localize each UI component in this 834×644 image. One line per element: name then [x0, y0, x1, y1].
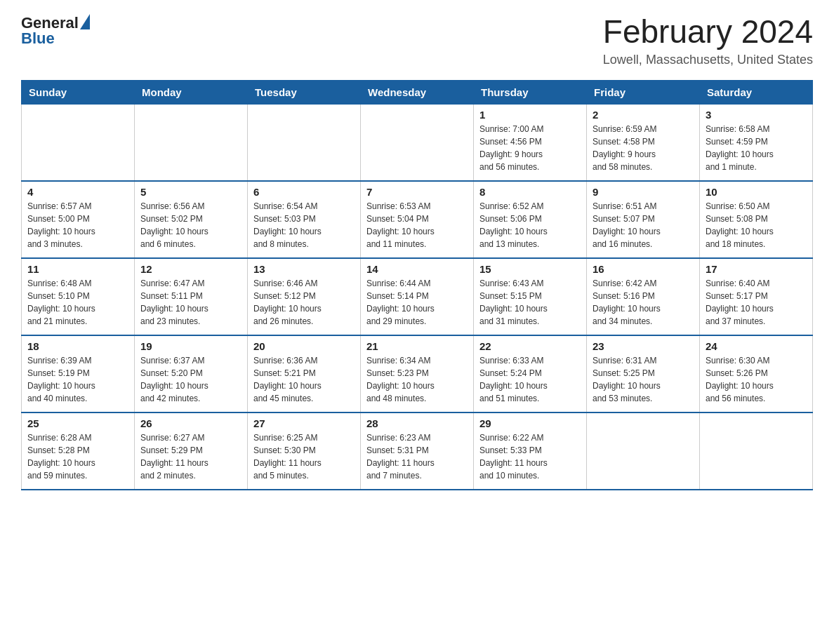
- calendar-cell: 15Sunrise: 6:43 AMSunset: 5:15 PMDayligh…: [474, 258, 587, 335]
- header-monday: Monday: [135, 80, 248, 104]
- day-info: Sunrise: 6:43 AMSunset: 5:15 PMDaylight:…: [479, 279, 548, 326]
- month-title: February 2024: [603, 14, 813, 50]
- calendar-cell: 14Sunrise: 6:44 AMSunset: 5:14 PMDayligh…: [361, 258, 474, 335]
- calendar-cell: 25Sunrise: 6:28 AMSunset: 5:28 PMDayligh…: [22, 412, 135, 490]
- calendar-cell: 10Sunrise: 6:50 AMSunset: 5:08 PMDayligh…: [700, 181, 813, 258]
- day-info: Sunrise: 6:42 AMSunset: 5:16 PMDaylight:…: [593, 279, 661, 326]
- day-info: Sunrise: 6:37 AMSunset: 5:20 PMDaylight:…: [140, 356, 208, 403]
- header-thursday: Thursday: [474, 80, 587, 104]
- calendar-cell: 27Sunrise: 6:25 AMSunset: 5:30 PMDayligh…: [248, 412, 361, 490]
- day-number: 21: [366, 340, 468, 352]
- day-number: 9: [593, 186, 694, 198]
- logo-triangle-icon: [80, 14, 90, 29]
- calendar-cell: [587, 412, 700, 490]
- day-info: Sunrise: 6:28 AMSunset: 5:28 PMDaylight:…: [27, 433, 95, 481]
- calendar-cell: 12Sunrise: 6:47 AMSunset: 5:11 PMDayligh…: [135, 258, 248, 335]
- day-number: 11: [27, 263, 128, 275]
- day-info: Sunrise: 6:39 AMSunset: 5:19 PMDaylight:…: [27, 356, 95, 403]
- day-number: 4: [27, 186, 128, 198]
- day-info: Sunrise: 6:44 AMSunset: 5:14 PMDaylight:…: [366, 279, 435, 326]
- day-info: Sunrise: 6:52 AMSunset: 5:06 PMDaylight:…: [479, 201, 548, 249]
- day-number: 18: [27, 340, 128, 352]
- calendar-cell: 22Sunrise: 6:33 AMSunset: 5:24 PMDayligh…: [474, 335, 587, 412]
- logo-blue-text: Blue: [21, 29, 90, 48]
- day-number: 25: [27, 417, 128, 429]
- day-info: Sunrise: 6:22 AMSunset: 5:33 PMDaylight:…: [479, 433, 548, 481]
- logo: General Blue: [21, 14, 90, 48]
- calendar-cell: 2Sunrise: 6:59 AMSunset: 4:58 PMDaylight…: [587, 104, 700, 181]
- calendar-cell: 13Sunrise: 6:46 AMSunset: 5:12 PMDayligh…: [248, 258, 361, 335]
- calendar-cell: [135, 104, 248, 181]
- location-subtitle: Lowell, Massachusetts, United States: [603, 53, 813, 67]
- day-info: Sunrise: 6:51 AMSunset: 5:07 PMDaylight:…: [593, 201, 661, 249]
- calendar-cell: 17Sunrise: 6:40 AMSunset: 5:17 PMDayligh…: [700, 258, 813, 335]
- day-number: 27: [253, 417, 355, 429]
- title-area: February 2024 Lowell, Massachusetts, Uni…: [603, 14, 813, 67]
- day-info: Sunrise: 6:25 AMSunset: 5:30 PMDaylight:…: [253, 433, 322, 481]
- day-info: Sunrise: 6:40 AMSunset: 5:17 PMDaylight:…: [706, 279, 774, 326]
- calendar-cell: [22, 104, 135, 181]
- calendar-cell: 28Sunrise: 6:23 AMSunset: 5:31 PMDayligh…: [361, 412, 474, 490]
- day-info: Sunrise: 6:30 AMSunset: 5:26 PMDaylight:…: [706, 356, 774, 403]
- day-number: 10: [706, 186, 807, 198]
- header-friday: Friday: [587, 80, 700, 104]
- day-number: 2: [593, 109, 694, 121]
- day-number: 7: [366, 186, 468, 198]
- calendar-cell: 23Sunrise: 6:31 AMSunset: 5:25 PMDayligh…: [587, 335, 700, 412]
- day-info: Sunrise: 6:54 AMSunset: 5:03 PMDaylight:…: [253, 201, 322, 249]
- day-number: 16: [593, 263, 694, 275]
- day-number: 26: [140, 417, 241, 429]
- day-number: 22: [479, 340, 581, 352]
- header-tuesday: Tuesday: [248, 80, 361, 104]
- day-info: Sunrise: 6:47 AMSunset: 5:11 PMDaylight:…: [140, 279, 208, 326]
- header-sunday: Sunday: [22, 80, 135, 104]
- calendar-cell: 24Sunrise: 6:30 AMSunset: 5:26 PMDayligh…: [700, 335, 813, 412]
- header: General Blue February 2024 Lowell, Massa…: [21, 14, 813, 67]
- day-info: Sunrise: 7:00 AMSunset: 4:56 PMDaylight:…: [479, 124, 543, 172]
- day-info: Sunrise: 6:34 AMSunset: 5:23 PMDaylight:…: [366, 356, 435, 403]
- calendar-cell: 19Sunrise: 6:37 AMSunset: 5:20 PMDayligh…: [135, 335, 248, 412]
- calendar-cell: 26Sunrise: 6:27 AMSunset: 5:29 PMDayligh…: [135, 412, 248, 490]
- day-info: Sunrise: 6:58 AMSunset: 4:59 PMDaylight:…: [706, 124, 774, 172]
- day-number: 17: [706, 263, 807, 275]
- header-wednesday: Wednesday: [361, 80, 474, 104]
- day-number: 15: [479, 263, 581, 275]
- calendar-cell: 11Sunrise: 6:48 AMSunset: 5:10 PMDayligh…: [22, 258, 135, 335]
- calendar-week-row: 1Sunrise: 7:00 AMSunset: 4:56 PMDaylight…: [22, 104, 813, 181]
- calendar-cell: 16Sunrise: 6:42 AMSunset: 5:16 PMDayligh…: [587, 258, 700, 335]
- calendar-cell: 29Sunrise: 6:22 AMSunset: 5:33 PMDayligh…: [474, 412, 587, 490]
- calendar-cell: [700, 412, 813, 490]
- day-info: Sunrise: 6:27 AMSunset: 5:29 PMDaylight:…: [140, 433, 208, 481]
- calendar-cell: 21Sunrise: 6:34 AMSunset: 5:23 PMDayligh…: [361, 335, 474, 412]
- calendar-cell: [248, 104, 361, 181]
- day-number: 23: [593, 340, 694, 352]
- day-number: 6: [253, 186, 355, 198]
- calendar-week-row: 25Sunrise: 6:28 AMSunset: 5:28 PMDayligh…: [22, 412, 813, 490]
- day-info: Sunrise: 6:56 AMSunset: 5:02 PMDaylight:…: [140, 201, 208, 249]
- day-info: Sunrise: 6:57 AMSunset: 5:00 PMDaylight:…: [27, 201, 95, 249]
- day-info: Sunrise: 6:46 AMSunset: 5:12 PMDaylight:…: [253, 279, 322, 326]
- day-info: Sunrise: 6:36 AMSunset: 5:21 PMDaylight:…: [253, 356, 322, 403]
- calendar-cell: 8Sunrise: 6:52 AMSunset: 5:06 PMDaylight…: [474, 181, 587, 258]
- calendar-cell: 6Sunrise: 6:54 AMSunset: 5:03 PMDaylight…: [248, 181, 361, 258]
- day-number: 20: [253, 340, 355, 352]
- day-number: 12: [140, 263, 241, 275]
- calendar-week-row: 11Sunrise: 6:48 AMSunset: 5:10 PMDayligh…: [22, 258, 813, 335]
- calendar-week-row: 18Sunrise: 6:39 AMSunset: 5:19 PMDayligh…: [22, 335, 813, 412]
- calendar-week-row: 4Sunrise: 6:57 AMSunset: 5:00 PMDaylight…: [22, 181, 813, 258]
- day-number: 8: [479, 186, 581, 198]
- day-number: 1: [479, 109, 581, 121]
- day-number: 29: [479, 417, 581, 429]
- day-number: 24: [706, 340, 807, 352]
- calendar-cell: 20Sunrise: 6:36 AMSunset: 5:21 PMDayligh…: [248, 335, 361, 412]
- calendar-cell: 3Sunrise: 6:58 AMSunset: 4:59 PMDaylight…: [700, 104, 813, 181]
- day-number: 5: [140, 186, 241, 198]
- day-number: 14: [366, 263, 468, 275]
- calendar-cell: 18Sunrise: 6:39 AMSunset: 5:19 PMDayligh…: [22, 335, 135, 412]
- calendar-cell: 4Sunrise: 6:57 AMSunset: 5:00 PMDaylight…: [22, 181, 135, 258]
- day-number: 28: [366, 417, 468, 429]
- calendar-cell: 1Sunrise: 7:00 AMSunset: 4:56 PMDaylight…: [474, 104, 587, 181]
- day-info: Sunrise: 6:31 AMSunset: 5:25 PMDaylight:…: [593, 356, 661, 403]
- day-number: 19: [140, 340, 241, 352]
- calendar-cell: [361, 104, 474, 181]
